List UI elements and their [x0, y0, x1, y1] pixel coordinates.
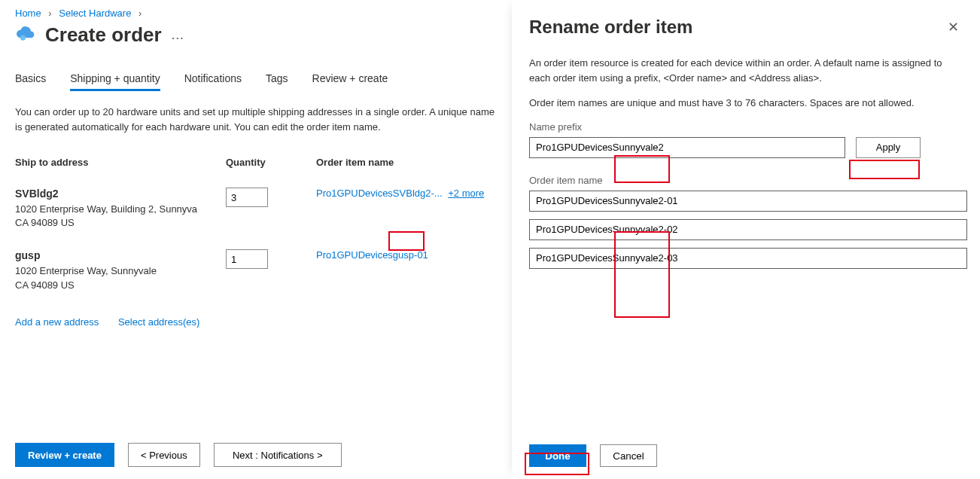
cancel-button[interactable]: Cancel	[600, 444, 657, 467]
order-item-link[interactable]: Pro1GPUDevicesgusp-01	[316, 249, 428, 261]
name-prefix-input[interactable]	[529, 137, 845, 158]
address-actions: Add a new address Select address(es)	[15, 316, 497, 328]
quantity-input[interactable]	[226, 188, 268, 207]
order-item-more-link[interactable]: +2 more	[448, 188, 484, 199]
tab-review-create[interactable]: Review + create	[312, 68, 388, 91]
address-line: CA 94089 US	[15, 216, 226, 230]
azure-edge-icon	[15, 23, 36, 47]
previous-button[interactable]: < Previous	[128, 443, 200, 467]
order-item-name-input[interactable]	[529, 191, 967, 212]
table-row: SVBldg2 1020 Enterprise Way, Building 2,…	[15, 178, 497, 240]
done-button[interactable]: Done	[529, 444, 586, 467]
breadcrumb-select-hardware[interactable]: Select Hardware	[59, 8, 131, 19]
panel-footer: Done Cancel	[529, 444, 657, 467]
rename-panel: Rename order item ✕ An order item resour…	[512, 0, 980, 479]
review-create-button[interactable]: Review + create	[15, 443, 114, 467]
quantity-input[interactable]	[226, 249, 268, 269]
page-title: Create order	[45, 23, 162, 47]
order-item-name-input[interactable]	[529, 248, 967, 269]
help-text: You can order up to 20 hardware units an…	[15, 105, 497, 134]
table-row: gusp 1020 Enterprise Way, Sunnyvale CA 9…	[15, 240, 497, 302]
col-item-name: Order item name	[316, 157, 497, 168]
address-line: 1020 Enterprise Way, Building 2, Sunnyva	[15, 203, 226, 216]
order-item-name-label: Order item name	[529, 175, 963, 186]
breadcrumb: Home › Select Hardware ›	[15, 8, 497, 19]
order-item-name-list	[529, 191, 963, 269]
chevron-right-icon: ›	[48, 8, 51, 19]
wizard-footer: Review + create < Previous Next : Notifi…	[15, 443, 342, 467]
next-button[interactable]: Next : Notifications >	[214, 443, 342, 467]
svg-point-0	[20, 35, 26, 41]
col-ship-to: Ship to address	[15, 157, 226, 168]
more-icon[interactable]: …	[171, 27, 186, 43]
chevron-right-icon: ›	[138, 8, 142, 19]
breadcrumb-home[interactable]: Home	[15, 8, 41, 19]
add-address-link[interactable]: Add a new address	[15, 316, 99, 328]
close-icon[interactable]: ✕	[943, 18, 963, 36]
select-addresses-link[interactable]: Select address(es)	[118, 316, 199, 328]
address-line: CA 94089 US	[15, 279, 226, 292]
panel-title: Rename order item	[529, 17, 692, 38]
name-prefix-label: Name prefix	[529, 121, 963, 133]
apply-button[interactable]: Apply	[856, 137, 921, 158]
tab-bar: Basics Shipping + quantity Notifications…	[15, 68, 497, 91]
main-pane: Home › Select Hardware › Create order … …	[0, 0, 512, 479]
address-name: gusp	[15, 249, 226, 261]
col-quantity: Quantity	[226, 157, 316, 168]
order-item-link[interactable]: Pro1GPUDevicesSVBldg2-...	[316, 188, 443, 199]
panel-description: An order item resource is created for ea…	[529, 56, 963, 85]
table-header: Ship to address Quantity Order item name	[15, 151, 497, 178]
tab-notifications[interactable]: Notifications	[184, 68, 242, 91]
tab-shipping-quantity[interactable]: Shipping + quantity	[70, 68, 160, 91]
tab-basics[interactable]: Basics	[15, 68, 46, 91]
tab-tags[interactable]: Tags	[266, 68, 288, 91]
address-name: SVBldg2	[15, 188, 226, 200]
address-line: 1020 Enterprise Way, Sunnyvale	[15, 264, 226, 278]
panel-description: Order item names are unique and must hav…	[529, 96, 963, 111]
order-item-name-input[interactable]	[529, 219, 967, 240]
